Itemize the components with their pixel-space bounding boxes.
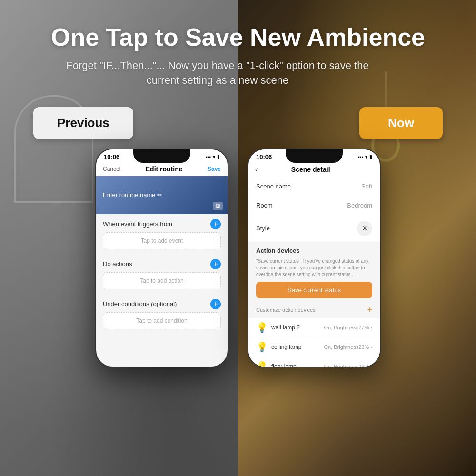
- section-3-label: Under conditions (optional): [103, 300, 177, 307]
- phone-1-notch: [133, 149, 190, 163]
- main-title: One Tap to Save New Ambience: [51, 24, 425, 51]
- device-name-2: floor lamp: [271, 363, 297, 367]
- scene-name-value: Soft: [361, 183, 372, 190]
- device-status-0: On, Brightness27% ›: [324, 325, 373, 330]
- customize-add-button[interactable]: +: [367, 305, 372, 315]
- device-name-1: ceiling lamp: [271, 344, 301, 350]
- save-link[interactable]: Save: [208, 166, 221, 172]
- phone-1: 10:06 ▪▪▪ ▾ ▮ Cancel Edit routine Save E…: [95, 149, 228, 367]
- save-current-status-button[interactable]: Save current status: [256, 282, 372, 298]
- section-1-label: When event triggers from: [103, 220, 172, 228]
- device-left-2: 💡 floor lamp: [256, 361, 297, 367]
- device-status-1: On, Brightness23% ›: [324, 344, 373, 350]
- routine-image-label[interactable]: Enter routine name ✏: [103, 191, 162, 198]
- device-row-1[interactable]: 💡 ceiling lamp On, Brightness23% ›: [248, 337, 380, 357]
- action-devices-header: Action devices: [248, 242, 380, 256]
- save-hint: "Save current status": If you've changed…: [248, 256, 380, 282]
- room-value: Bedroom: [347, 202, 372, 209]
- scene-title: Scene detail: [291, 166, 330, 173]
- section-3-header: Under conditions (optional) +: [96, 294, 228, 312]
- phones-row: 10:06 ▪▪▪ ▾ ▮ Cancel Edit routine Save E…: [95, 149, 381, 367]
- section-1-header: When event triggers from +: [96, 214, 228, 232]
- customize-header: Customize action devices +: [248, 302, 380, 318]
- style-row: Style ✳: [248, 215, 380, 242]
- device-status-2: On, Brightness23% ›: [324, 364, 373, 367]
- device-left-0: 💡 wall lamp 2: [256, 322, 300, 333]
- add-event-button[interactable]: +: [210, 219, 221, 229]
- main-content: One Tap to Save New Ambience Forget "IF.…: [0, 0, 476, 476]
- customize-label: Customize action devices: [256, 307, 316, 313]
- tap-event-box[interactable]: Tap to add event: [103, 232, 221, 249]
- lamp-icon-0: 💡: [256, 322, 268, 333]
- buttons-row: Previous Now: [33, 107, 443, 139]
- add-action-button[interactable]: +: [210, 259, 221, 269]
- signal-icon-2: ▪▪▪: [358, 154, 363, 159]
- phone-1-navbar: Cancel Edit routine Save: [96, 162, 228, 176]
- signal-icon: ▪▪▪: [206, 154, 211, 159]
- routine-title: Edit routine: [146, 165, 183, 173]
- phone-2-status-icons: ▪▪▪ ▾ ▮: [358, 154, 372, 159]
- tap-condition-box[interactable]: Tap to add condition: [103, 312, 221, 329]
- routine-image: Enter routine name ✏ 🖼: [96, 176, 228, 214]
- wifi-icon: ▾: [213, 154, 215, 159]
- phone-1-status-icons: ▪▪▪ ▾ ▮: [206, 154, 220, 159]
- previous-button[interactable]: Previous: [33, 107, 133, 139]
- scene-navbar: ‹ Scene detail: [248, 162, 380, 177]
- scene-name-row: Scene name Soft: [248, 177, 380, 196]
- device-left-1: 💡 ceiling lamp: [256, 341, 301, 353]
- sub-title: Forget "IF...Then..."... Now you have a …: [51, 59, 384, 88]
- style-icon[interactable]: ✳: [357, 221, 372, 236]
- device-name-0: wall lamp 2: [271, 324, 300, 331]
- battery-icon-2: ▮: [369, 154, 372, 159]
- wifi-icon-2: ▾: [365, 154, 367, 159]
- section-2-label: Do actions: [103, 260, 132, 268]
- device-row-0[interactable]: 💡 wall lamp 2 On, Brightness27% ›: [248, 318, 380, 337]
- phone-2: 10:06 ▪▪▪ ▾ ▮ ‹ Scene detail Scene name: [248, 149, 381, 367]
- back-button[interactable]: ‹: [255, 165, 258, 174]
- phone-2-screen: 10:06 ▪▪▪ ▾ ▮ ‹ Scene detail Scene name: [248, 149, 380, 367]
- now-button[interactable]: Now: [359, 107, 443, 139]
- battery-icon: ▮: [217, 154, 220, 159]
- phone-2-time: 10:06: [256, 153, 272, 160]
- room-label: Room: [256, 202, 273, 209]
- phone-2-notch: [286, 149, 343, 163]
- header-section: One Tap to Save New Ambience Forget "IF.…: [32, 0, 444, 102]
- phone-1-time: 10:06: [104, 153, 119, 160]
- cancel-link[interactable]: Cancel: [103, 166, 120, 172]
- room-row: Room Bedroom: [248, 196, 380, 215]
- add-condition-button[interactable]: +: [210, 299, 221, 309]
- scene-name-label: Scene name: [256, 183, 291, 190]
- style-label: Style: [256, 225, 270, 232]
- device-row-2[interactable]: 💡 floor lamp On, Brightness23% ›: [248, 357, 380, 367]
- lamp-icon-2: 💡: [256, 361, 268, 367]
- section-2-header: Do actions +: [96, 254, 228, 272]
- tap-action-box[interactable]: Tap to add action: [103, 272, 221, 289]
- image-placeholder-icon: 🖼: [213, 202, 223, 210]
- lamp-icon-1: 💡: [256, 341, 268, 353]
- phone-1-screen: 10:06 ▪▪▪ ▾ ▮ Cancel Edit routine Save E…: [96, 149, 228, 367]
